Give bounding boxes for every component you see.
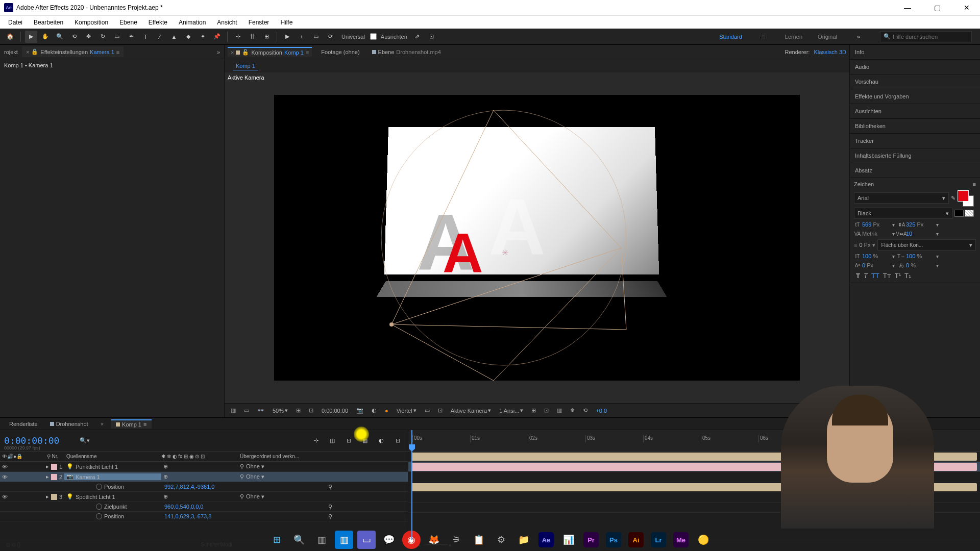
selection-tool[interactable]: ▶ (25, 31, 37, 43)
menu-ansicht[interactable]: Ansicht (213, 18, 241, 27)
renderer-value[interactable]: Klassisch 3D (814, 49, 846, 55)
twirl-icon[interactable]: ▸ (46, 493, 49, 500)
tab-renderlist[interactable]: Renderliste (4, 420, 43, 428)
ruler-tick[interactable]: 01s (470, 435, 480, 442)
property-value[interactable]: 141,0,629,3,-673,8 (161, 513, 211, 519)
app-icon[interactable]: 📋 (470, 531, 488, 549)
parent-dropdown[interactable]: Ohne ▾ (246, 463, 264, 470)
pen-tool[interactable]: ✒ (125, 31, 137, 43)
world-axis-icon[interactable]: 卄 (246, 31, 258, 43)
property-name[interactable]: Position (104, 484, 124, 490)
workspace-menu-icon[interactable]: ≡ (757, 31, 770, 43)
italic-button[interactable]: T (864, 272, 868, 280)
switch-normal[interactable]: ⊕ (163, 473, 168, 480)
layer-name[interactable]: Spotlicht Licht 1 (76, 494, 115, 500)
snapshot-icon[interactable]: 📷 (354, 407, 365, 414)
minimize-button[interactable]: — (898, 0, 917, 15)
tl-head-icon[interactable]: ◐ (375, 435, 387, 447)
close-button[interactable]: ✕ (958, 0, 976, 15)
current-time[interactable]: 0:00:00:00 (320, 408, 350, 414)
tab-komp1[interactable]: Komp 1 ≡ (111, 419, 152, 429)
timeline-layer[interactable]: 👁 ▸1 💡Punktlicht Licht 1 ⊕ ⚲Ohne ▾ (0, 462, 408, 472)
obs-icon[interactable]: ⚙ (492, 531, 510, 549)
panel-ausrichten[interactable]: Ausrichten (855, 108, 975, 114)
expression-pickwhip[interactable]: ⚲ (328, 513, 332, 519)
zoom-tool[interactable]: 🔍 (54, 31, 66, 43)
brush-tool[interactable]: ⁄ (154, 31, 166, 43)
zoom-dropdown[interactable]: 50% ▾ (271, 407, 290, 414)
comp-crumb[interactable]: Komp 1 (233, 62, 258, 70)
footer-icon[interactable]: ⊞ (294, 407, 303, 414)
footer-icon[interactable]: ⊡ (307, 407, 315, 414)
align-checkbox[interactable] (370, 33, 377, 40)
text-tool[interactable]: T (139, 31, 152, 43)
workspace-lernen[interactable]: Lernen (785, 34, 802, 40)
menu-bearbeiten[interactable]: Bearbeiten (30, 18, 67, 27)
stopwatch-icon[interactable] (96, 504, 102, 510)
font-style[interactable]: Black▾ (854, 208, 952, 219)
font-family[interactable]: Arial▾ (854, 192, 949, 204)
menu-komposition[interactable]: Komposition (70, 18, 112, 27)
hand-tool[interactable]: ✋ (39, 31, 52, 43)
layer-name[interactable]: Punktlicht Licht 1 (76, 464, 118, 470)
project-tab[interactable]: rojekt (0, 47, 22, 57)
tl-head-icon[interactable]: ⊡ (391, 435, 404, 447)
footer-icon[interactable]: ❄ (568, 407, 577, 414)
snap-icon[interactable]: ⇗ (411, 31, 424, 43)
puppet-tool[interactable]: 📌 (211, 31, 223, 43)
property-value[interactable]: 960,0,540,0,0,0 (161, 504, 203, 510)
show-channel-icon[interactable]: ◐ (370, 407, 379, 414)
app-icon[interactable]: 🟡 (694, 531, 713, 549)
smallcaps-button[interactable]: Tᴛ (883, 272, 891, 280)
help-search[interactable]: 🔍 (880, 31, 972, 42)
clone-tool[interactable]: ▲ (168, 31, 180, 43)
stroke-order[interactable]: Fläche über Kon...▾ (877, 239, 976, 251)
ruler-tick[interactable]: 03s (585, 435, 595, 442)
ruler-tick[interactable]: 02s (528, 435, 537, 442)
property-name[interactable]: Position (104, 513, 124, 519)
expression-pickwhip[interactable]: ⚲ (328, 484, 332, 490)
stopwatch-icon[interactable] (96, 513, 102, 519)
playhead[interactable] (411, 430, 412, 540)
task-view[interactable]: ▥ (312, 531, 331, 549)
allcaps-button[interactable]: TT (871, 272, 879, 280)
panel-bibliotheken[interactable]: Bibliotheken (855, 123, 975, 129)
menu-fenster[interactable]: Fenster (244, 18, 274, 27)
panel-inhaltsbasierte-füllung[interactable]: Inhaltsbasierte Füllung (855, 153, 975, 159)
menu-datei[interactable]: Datei (4, 18, 27, 27)
view-dropdown[interactable]: Aktive Kamera ▾ (449, 407, 494, 414)
eyedropper-icon[interactable]: ✎ (951, 195, 955, 202)
add-icon[interactable]: + (296, 31, 308, 43)
ruler-tick[interactable]: 05s (701, 435, 710, 442)
snap-to-icon[interactable]: ⊡ (426, 31, 438, 43)
maximize-button[interactable]: ▢ (928, 0, 946, 15)
superscript-button[interactable]: T¹ (895, 272, 901, 280)
roto-tool[interactable]: ✦ (197, 31, 209, 43)
tl-head-icon[interactable]: ⊡ (342, 435, 355, 447)
panel-zeichen[interactable]: Zeichen≡ (854, 181, 976, 187)
ai-icon[interactable]: Ai (627, 531, 645, 549)
menu-animation[interactable]: Animation (175, 18, 210, 27)
workspace-standard[interactable]: Standard (719, 34, 742, 40)
pr-icon[interactable]: Pr (582, 531, 600, 549)
eraser-tool[interactable]: ◆ (182, 31, 194, 43)
workspace-more-icon[interactable]: » (852, 31, 865, 43)
menu-hilfe[interactable]: Hilfe (276, 18, 297, 27)
footer-icon[interactable]: ⊡ (542, 407, 551, 414)
ruler-tick[interactable]: 04s (643, 435, 653, 442)
hscale-value[interactable]: 100 % (906, 253, 933, 259)
switch-normal[interactable]: ⊕ (163, 463, 168, 469)
stroke-width-value[interactable]: 0 Px (859, 242, 870, 248)
ruler-tick[interactable]: 00s (412, 435, 422, 442)
property-value[interactable]: 992,7,812,4,-9361,0 (161, 484, 214, 490)
comp-tab[interactable]: × 🔓 Komposition Komp 1 ≡ (228, 47, 312, 57)
bold-button[interactable]: T (856, 272, 860, 280)
whatsapp-icon[interactable]: 💬 (380, 531, 398, 549)
explorer-icon[interactable]: 📁 (514, 531, 533, 549)
footage-tab[interactable]: Footage (ohne) (318, 48, 362, 56)
timecode[interactable]: 0:00:00:00 (4, 435, 59, 446)
timeline-layer[interactable]: 👁 ▸2 📷Kamera 1 ⊕ ⚲Ohne ▾ (0, 472, 408, 482)
local-axis-icon[interactable]: ⊹ (232, 31, 244, 43)
rotate-tool[interactable]: ↻ (96, 31, 109, 43)
parent-dropdown[interactable]: Ohne ▾ (246, 493, 264, 500)
